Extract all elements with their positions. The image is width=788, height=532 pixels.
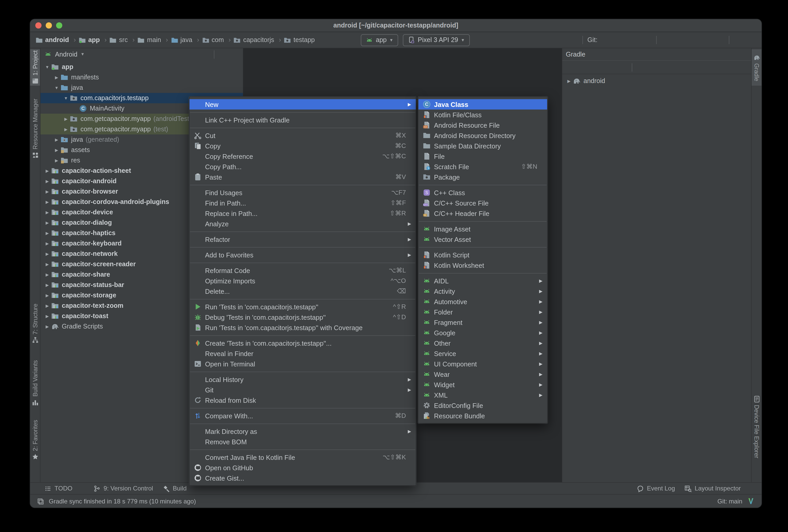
toolbar-action[interactable] (602, 36, 611, 44)
minimize-button[interactable] (46, 22, 52, 28)
tool-window-button-todo[interactable]: TODO (44, 485, 73, 492)
tree-arrow[interactable]: ▶ (44, 282, 51, 287)
menu-item-refactor[interactable]: Refactor▶ (190, 234, 416, 244)
breadcrumb-item-main[interactable]: main (137, 36, 171, 44)
gradle-action[interactable] (580, 63, 588, 71)
menu-item-sample-data-directory[interactable]: Sample Data Directory (418, 141, 547, 151)
menu-item-run-tests-in-com-capacitorjs-testapp-with-covera[interactable]: Run 'Tests in 'com.capacitorjs.testapp''… (190, 322, 416, 333)
menu-item-open-in-terminal[interactable]: Open in Terminal (190, 359, 416, 369)
gradle-action[interactable] (567, 63, 575, 71)
menu-item-remove-bom[interactable]: Remove BOM (190, 436, 416, 447)
menu-item-add-to-favorites[interactable]: Add to Favorites▶ (190, 250, 416, 260)
menu-item-image-asset[interactable]: Image Asset (418, 224, 547, 234)
tree-item-android[interactable]: ▶android (562, 76, 751, 86)
v-gradient-icon[interactable] (747, 497, 755, 505)
breadcrumb-item-src[interactable]: src (109, 36, 137, 44)
tree-arrow[interactable]: ▶ (44, 262, 51, 267)
menu-item-create-gist[interactable]: Create Gist... (190, 473, 416, 483)
menu-item-paste[interactable]: Paste⌘V (190, 172, 416, 182)
tree-arrow[interactable]: ▶ (44, 189, 51, 194)
menu-item-run-tests-in-com-capacitorjs-testapp[interactable]: Run 'Tests in 'com.capacitorjs.testapp''… (190, 301, 416, 312)
breadcrumb-item-testapp[interactable]: testapp (284, 36, 315, 44)
close-button[interactable] (35, 22, 41, 28)
menu-item-android-resource-file[interactable]: <>Android Resource File (418, 120, 547, 130)
gradle-action[interactable] (637, 63, 645, 71)
menu-item-file[interactable]: File (418, 151, 547, 161)
menu-item-create-tests-in-com-capacitorjs-testapp[interactable]: Create 'Tests in 'com.capacitorjs.testap… (190, 338, 416, 348)
menu-item-google[interactable]: Google▶ (418, 328, 547, 338)
menu-item-open-on-github[interactable]: Open on GitHub (190, 462, 416, 473)
tool-window-button-event-log[interactable]: Event Log (636, 485, 675, 492)
menu-item-ui-component[interactable]: UI Component▶ (418, 359, 547, 369)
menu-item-compare-with[interactable]: Compare With...⌘D (190, 411, 416, 421)
tree-item-manifests[interactable]: ▶manifests (40, 72, 243, 82)
menu-item-find-usages[interactable]: Find Usages⌥F7 (190, 188, 416, 198)
toolbar-action[interactable] (501, 36, 510, 44)
toolbar-action[interactable] (474, 36, 483, 44)
menu-item-android-resource-directory[interactable]: Android Resource Directory (418, 130, 547, 141)
menu-item-fragment[interactable]: Fragment▶ (418, 317, 547, 328)
tree-arrow[interactable]: ▶ (44, 252, 51, 256)
toolbar-action[interactable] (528, 36, 537, 44)
gradle-action[interactable] (606, 63, 614, 71)
toolbar-action[interactable] (488, 36, 496, 44)
toolbar-action[interactable] (542, 36, 551, 44)
tree-arrow[interactable]: ▶ (44, 324, 51, 329)
project-view-selector[interactable]: Android (55, 51, 77, 58)
toolbar-action[interactable] (569, 36, 577, 44)
tool-window-button-resource-manager[interactable]: Resource Manager (30, 100, 40, 158)
toolbar-action[interactable] (661, 36, 670, 44)
menu-item-c-c-source-file[interactable]: C++C/C++ Source File (418, 198, 547, 208)
tree-arrow[interactable]: ▶ (44, 314, 51, 318)
breadcrumb-item-android[interactable]: android (35, 36, 78, 44)
menu-item-java-class[interactable]: CJava Class (418, 99, 547, 110)
menu-item-kotlin-worksheet[interactable]: Kotlin Worksheet (418, 260, 547, 271)
tree-arrow[interactable]: ▶ (62, 127, 70, 132)
menu-item-xml[interactable]: XML▶ (418, 390, 547, 400)
menu-item-kotlin-script[interactable]: Kotlin Script (418, 250, 547, 260)
menu-item-package[interactable]: Package (418, 172, 547, 182)
menu-item-delete[interactable]: Delete...⌫ (190, 286, 416, 296)
toolbar-action[interactable] (748, 36, 756, 44)
toolbar-action[interactable] (629, 36, 638, 44)
toolbar-action[interactable] (643, 36, 651, 44)
tree-arrow[interactable]: ▶ (53, 75, 60, 80)
menu-item-new[interactable]: New▶ (190, 99, 416, 110)
stripes-toggle-icon[interactable] (37, 497, 44, 505)
tree-arrow[interactable]: ▼ (44, 65, 51, 69)
toolbar-action[interactable] (675, 36, 684, 44)
tool-window-button-layout-inspector[interactable]: Layout Inspector (685, 485, 741, 492)
menu-item-c-class[interactable]: SC++ Class (418, 188, 547, 198)
tool-window-button-7-structure[interactable]: 7: Structure (30, 301, 40, 346)
menu-item-replace-in-path[interactable]: Replace in Path...⇧⌘R (190, 208, 416, 218)
gradle-action[interactable] (650, 63, 658, 71)
menu-item-mark-directory-as[interactable]: Mark Directory as▶ (190, 426, 416, 436)
menu-item-aidl[interactable]: AIDL▶ (418, 276, 547, 286)
toolbar-action[interactable] (616, 36, 625, 44)
tree-arrow[interactable]: ▶ (53, 147, 60, 152)
zoom-button[interactable] (56, 22, 62, 28)
tree-arrow[interactable]: ▶ (44, 241, 51, 246)
breadcrumb-item-java[interactable]: java (171, 36, 202, 44)
toolbar-action[interactable] (688, 36, 697, 44)
panel-action[interactable] (201, 50, 209, 58)
run-configuration-select[interactable]: app ▼ (361, 34, 398, 46)
menu-item-convert-java-file-to-kotlin-file[interactable]: Convert Java File to Kotlin File⌥⇧⌘K (190, 452, 416, 462)
menu-item-widget[interactable]: Widget▶ (418, 379, 547, 390)
toolbar-action[interactable] (702, 36, 711, 44)
menu-item-scratch-file[interactable]: Scratch File⇧⌘N (418, 161, 547, 172)
menu-item-kotlin-file-class[interactable]: Kotlin File/Class (418, 110, 547, 120)
tree-arrow[interactable]: ▶ (62, 117, 70, 121)
panel-action[interactable] (740, 50, 748, 58)
tree-arrow[interactable]: ▶ (44, 293, 51, 298)
menu-item-copy-reference[interactable]: Copy Reference⌥⇧⌘C (190, 151, 416, 161)
menu-item-reformat-code[interactable]: Reformat Code⌥⌘L (190, 265, 416, 276)
toolbar-action[interactable] (715, 36, 724, 44)
panel-action[interactable] (219, 50, 227, 58)
menu-item-activity[interactable]: Activity▶ (418, 286, 547, 296)
panel-action[interactable] (727, 50, 735, 58)
menu-item-copy-path[interactable]: Copy Path... (190, 161, 416, 172)
menu-item-automotive[interactable]: Automotive▶ (418, 296, 547, 307)
panel-action[interactable] (232, 50, 239, 58)
menu-item-find-in-path[interactable]: Find in Path...⇧⌘F (190, 198, 416, 208)
